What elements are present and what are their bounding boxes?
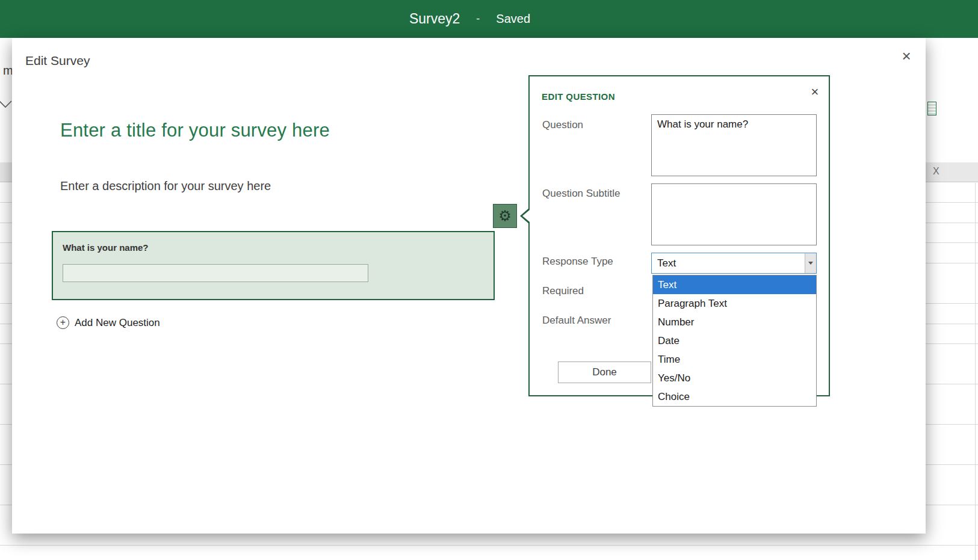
add-new-question[interactable]: + Add New Question bbox=[57, 316, 160, 329]
excel-title-bar: Survey2 - Saved bbox=[0, 0, 978, 38]
dropdown-option[interactable]: Number bbox=[653, 313, 816, 331]
plus-glyph: + bbox=[60, 318, 66, 327]
title-separator: - bbox=[476, 13, 480, 25]
column-letter: X bbox=[933, 166, 939, 177]
dialog-title: Edit Survey bbox=[25, 54, 90, 68]
close-icon: × bbox=[902, 47, 911, 65]
dropdown-option[interactable]: Yes/No bbox=[653, 369, 816, 387]
gear-icon: ⚙ bbox=[498, 209, 512, 223]
grid-column-line bbox=[975, 183, 976, 560]
panel-header: EDIT QUESTION bbox=[542, 91, 615, 102]
workbook-title: Survey2 bbox=[409, 11, 460, 27]
answer-input[interactable] bbox=[63, 264, 368, 282]
chevron-down-icon[interactable] bbox=[0, 100, 13, 111]
edit-survey-dialog: Edit Survey × Enter a title for your sur… bbox=[12, 38, 926, 534]
survey-description-field[interactable]: Enter a description for your survey here bbox=[60, 179, 271, 193]
dropdown-option[interactable]: Text bbox=[653, 275, 816, 294]
excel-online-survey-screen: Survey2 - Saved m X Edit Survey × Enter … bbox=[0, 0, 978, 560]
dropdown-option[interactable]: Choice bbox=[653, 387, 816, 406]
required-label: Required bbox=[542, 285, 584, 297]
default-answer-label: Default Answer bbox=[542, 315, 611, 327]
done-button[interactable]: Done bbox=[558, 362, 651, 383]
dropdown-option[interactable]: Paragraph Text bbox=[653, 294, 816, 313]
dropdown-option[interactable]: Time bbox=[653, 350, 816, 369]
subtitle-textarea[interactable] bbox=[651, 183, 817, 245]
subtitle-label: Question Subtitle bbox=[542, 188, 620, 200]
callout-arrow-fill bbox=[522, 210, 530, 222]
chevron-down-icon bbox=[808, 262, 813, 265]
response-type-label: Response Type bbox=[542, 256, 613, 268]
question-settings-button[interactable]: ⚙ bbox=[493, 204, 517, 228]
panel-close-button[interactable]: × bbox=[806, 84, 823, 100]
dropdown-option[interactable]: Date bbox=[653, 331, 816, 350]
question-card[interactable]: What is your name? bbox=[52, 231, 495, 300]
response-type-select[interactable]: Text bbox=[651, 253, 817, 274]
survey-title-field[interactable]: Enter a title for your survey here bbox=[60, 120, 330, 141]
save-status: Saved bbox=[496, 12, 530, 26]
edit-question-panel: EDIT QUESTION × Question What is your na… bbox=[528, 75, 830, 396]
dropdown-button[interactable] bbox=[805, 253, 816, 273]
question-textarea[interactable]: What is your name? bbox=[651, 114, 817, 176]
selected-value: Text bbox=[652, 257, 805, 269]
question-text: What is your name? bbox=[63, 242, 149, 253]
add-question-label: Add New Question bbox=[75, 317, 160, 329]
dialog-close-button[interactable]: × bbox=[897, 46, 916, 66]
question-label: Question bbox=[542, 119, 583, 131]
sheet-mini-icon[interactable] bbox=[927, 102, 936, 115]
close-icon: × bbox=[811, 84, 819, 99]
add-circle-icon: + bbox=[57, 316, 69, 329]
response-type-listbox: Text Paragraph Text Number Date Time Yes… bbox=[652, 275, 817, 407]
